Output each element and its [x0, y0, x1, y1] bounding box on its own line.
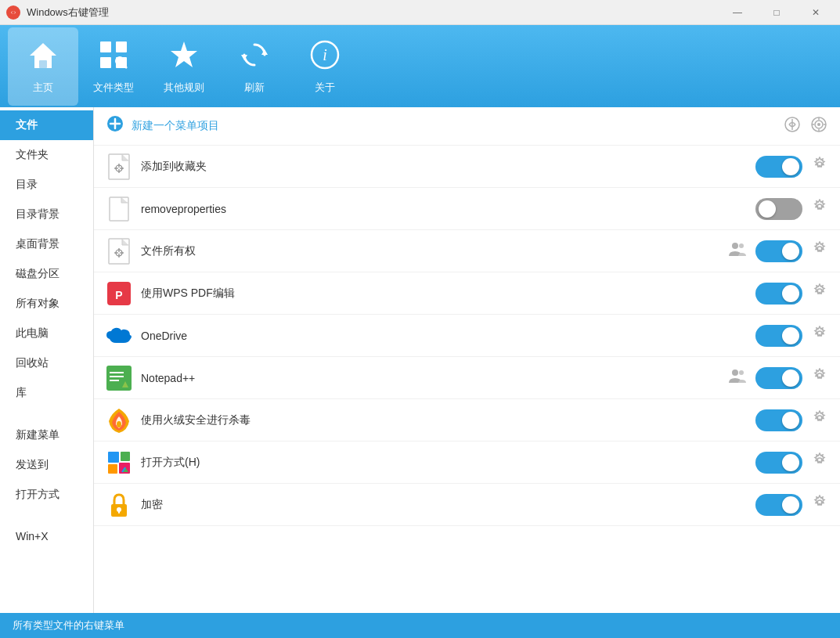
- close-button[interactable]: ✕: [798, 0, 834, 25]
- toolbar: 主页 文件类型 其他规则: [0, 25, 840, 107]
- removeprops-gear-icon[interactable]: [812, 199, 827, 218]
- svg-rect-52: [110, 380, 119, 381]
- sidebar-item-library[interactable]: 库: [0, 378, 93, 408]
- removeprops-toggle-knob: [759, 200, 776, 218]
- sidebar-item-folder[interactable]: 文件夹: [0, 140, 93, 170]
- ownership-multiuser-icon: [729, 242, 746, 260]
- home-icon: [27, 38, 59, 76]
- huorong-toggle[interactable]: [755, 409, 802, 431]
- ownership-gear-icon[interactable]: [812, 241, 827, 261]
- target-action-icon[interactable]: [810, 116, 827, 137]
- svg-point-1: [12, 11, 15, 14]
- onedrive-toggle[interactable]: [755, 325, 802, 347]
- favorites-toggle[interactable]: [755, 156, 802, 178]
- minimize-button[interactable]: —: [719, 0, 755, 25]
- openwithh-gear-icon[interactable]: [812, 452, 827, 472]
- svg-marker-10: [171, 41, 197, 67]
- notepadpp-multiuser-icon: [729, 369, 746, 387]
- menu-item-openwithh-left: 打开方式(H): [106, 450, 200, 475]
- favorites-icon: [106, 154, 132, 179]
- encrypt-toggle[interactable]: [755, 494, 802, 516]
- window-controls: — □ ✕: [719, 0, 834, 25]
- menu-item-favorites: 添加到收藏夹: [94, 146, 840, 188]
- add-item-label: 新建一个菜单项目: [132, 119, 219, 133]
- add-item-button[interactable]: 新建一个菜单项目: [106, 115, 219, 137]
- encrypt-gear-icon[interactable]: [812, 495, 827, 514]
- menu-item-onedrive-left: OneDrive: [106, 323, 187, 348]
- sidebar-item-sendto[interactable]: 发送到: [0, 450, 93, 480]
- notepadpp-gear-icon[interactable]: [812, 368, 827, 387]
- sidebar-item-thispc[interactable]: 此电脑: [0, 319, 93, 348]
- content-area: 新建一个菜单项目: [94, 107, 840, 613]
- toolbar-home[interactable]: 主页: [8, 27, 78, 106]
- openwithh-toggle[interactable]: [755, 452, 802, 474]
- wpspdf-icon: P: [106, 281, 132, 306]
- toolbar-refresh-label: 刷新: [244, 81, 265, 95]
- star-icon: [168, 38, 200, 76]
- svg-point-54: [732, 369, 738, 376]
- menu-item-notepadpp-left: Notepad++: [106, 366, 195, 391]
- menu-item-wpspdf-left: P 使用WPS PDF编辑: [106, 281, 235, 306]
- status-text: 所有类型文件的右键菜单: [13, 618, 124, 633]
- menu-item-wpspdf: P 使用WPS PDF编辑: [94, 272, 840, 315]
- menu-item-huorong: 使用火绒安全进行杀毒: [94, 399, 840, 442]
- toolbar-filetype[interactable]: 文件类型: [78, 27, 149, 106]
- sidebar-item-newmenu[interactable]: 新建菜单: [0, 420, 93, 450]
- svg-point-57: [117, 421, 121, 427]
- huorong-toggle-knob: [782, 412, 799, 429]
- svg-rect-50: [110, 372, 124, 373]
- sidebar-item-deskbg[interactable]: 桌面背景: [0, 229, 93, 259]
- removeprops-toggle[interactable]: [755, 198, 802, 220]
- sidebar-item-allobjects[interactable]: 所有对象: [0, 289, 93, 319]
- ownership-toggle-knob: [782, 243, 799, 260]
- sidebar-item-winx[interactable]: Win+X: [0, 522, 93, 550]
- menu-item-removeprops: removeproperties: [94, 188, 840, 230]
- menu-item-ownership: 文件所有权: [94, 230, 840, 272]
- refresh-icon: [238, 38, 271, 76]
- openwithh-label: 打开方式(H): [141, 456, 200, 470]
- main-layout: 文件 文件夹 目录 目录背景 桌面背景 磁盘分区 所有对象 此电脑 回收站 库: [0, 107, 840, 613]
- sidebar-item-file[interactable]: 文件: [0, 110, 93, 140]
- notepadpp-toggle[interactable]: [755, 367, 802, 389]
- maximize-button[interactable]: □: [759, 0, 795, 25]
- sidebar-item-directory[interactable]: 目录: [0, 170, 93, 200]
- ownership-label: 文件所有权: [141, 244, 196, 258]
- sidebar: 文件 文件夹 目录 目录背景 桌面背景 磁盘分区 所有对象 此电脑 回收站 库: [0, 107, 94, 613]
- menu-item-removeprops-left: removeproperties: [106, 196, 226, 222]
- wpspdf-gear-icon[interactable]: [812, 283, 827, 303]
- onedrive-gear-icon[interactable]: [812, 326, 827, 345]
- toolbar-about[interactable]: i 关于: [290, 27, 360, 106]
- svg-text:i: i: [323, 46, 327, 63]
- removeprops-label: removeproperties: [141, 203, 226, 215]
- onedrive-controls: [755, 325, 827, 347]
- toolbar-refresh[interactable]: 刷新: [219, 27, 290, 106]
- svg-text:P: P: [115, 289, 122, 301]
- sidebar-item-diskpart[interactable]: 磁盘分区: [0, 259, 93, 289]
- sidebar-item-recyclebin[interactable]: 回收站: [0, 348, 93, 378]
- svg-point-55: [739, 370, 744, 375]
- wpspdf-controls: [755, 283, 827, 305]
- toolbar-otherrules[interactable]: 其他规则: [149, 27, 219, 106]
- ownership-toggle[interactable]: [755, 240, 802, 262]
- removeprops-controls: [755, 198, 827, 220]
- info-icon: i: [308, 38, 341, 76]
- favorites-label: 添加到收藏夹: [141, 160, 207, 174]
- add-plus-icon: [106, 115, 124, 137]
- toolbar-otherrules-label: 其他规则: [164, 81, 204, 95]
- encrypt-icon: [106, 492, 132, 517]
- notepadpp-toggle-knob: [782, 369, 799, 387]
- sidebar-item-dirbg[interactable]: 目录背景: [0, 200, 93, 229]
- sidebar-item-openwith[interactable]: 打开方式: [0, 480, 93, 510]
- notepadpp-icon: [106, 366, 132, 391]
- toolbar-home-label: 主页: [33, 81, 53, 95]
- svg-rect-5: [116, 41, 127, 52]
- status-bar: 所有类型文件的右键菜单: [0, 613, 840, 638]
- menu-item-notepadpp: Notepad++: [94, 357, 840, 399]
- link-action-icon[interactable]: [784, 116, 801, 137]
- onedrive-label: OneDrive: [141, 330, 187, 342]
- menu-item-openwithh: 打开方式(H): [94, 442, 840, 484]
- wpspdf-toggle[interactable]: [755, 283, 802, 305]
- huorong-controls: [755, 409, 827, 431]
- favorites-gear-icon[interactable]: [812, 157, 827, 176]
- huorong-gear-icon[interactable]: [812, 410, 827, 430]
